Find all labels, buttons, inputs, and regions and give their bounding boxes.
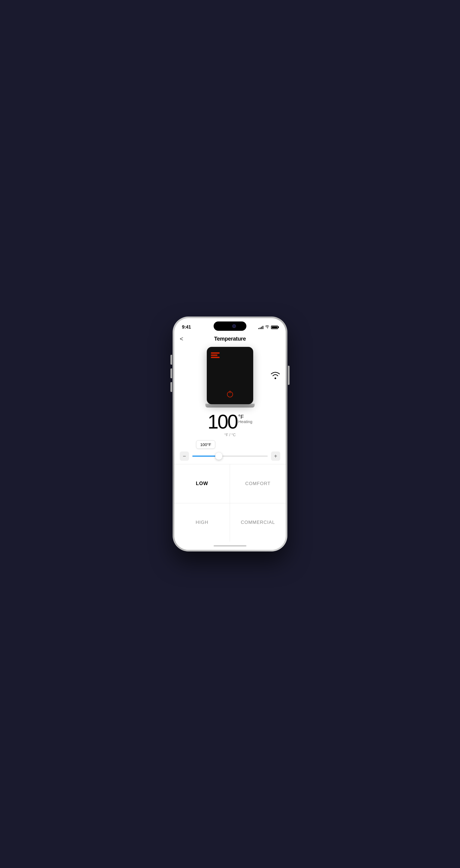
slider-track[interactable]: [192, 456, 268, 457]
mode-cell-low[interactable]: LOW: [174, 464, 230, 503]
back-button[interactable]: <: [180, 335, 183, 342]
slider-thumb[interactable]: [215, 453, 222, 460]
slider-fill: [192, 456, 219, 457]
temp-unit-group: °F Heating: [238, 414, 252, 424]
mode-cell-high[interactable]: HIGH: [174, 503, 230, 542]
temp-unit: °F: [238, 414, 244, 420]
power-button-icon[interactable]: [227, 392, 233, 397]
camera-dot: [233, 325, 236, 328]
slider-label: 100°F: [196, 440, 215, 449]
mode-cell-commercial[interactable]: COMMERCIAL: [230, 503, 286, 542]
svg-point-3: [275, 377, 276, 379]
device-section: [174, 344, 286, 407]
mode-grid: LOW COMFORT HIGH COMMERCIAL: [174, 464, 286, 541]
mode-label-low: LOW: [196, 481, 208, 487]
svg-rect-2: [211, 357, 220, 358]
phone-frame: 9:41: [173, 316, 287, 552]
device-logo: [211, 352, 222, 364]
app-content: < Temperature: [174, 332, 286, 541]
slider-row: − +: [180, 452, 280, 461]
slider-section: 100°F − +: [174, 438, 286, 464]
battery-fill: [272, 327, 277, 328]
temp-value: 100: [208, 412, 237, 432]
temperature-display: 100 °F Heating °F / °C: [174, 407, 286, 438]
wifi-icon: [265, 325, 269, 330]
mode-label-high: HIGH: [195, 520, 208, 525]
home-bar: [214, 545, 246, 547]
svg-rect-0: [211, 352, 220, 354]
mode-label-commercial: COMMERCIAL: [241, 520, 275, 525]
battery-icon: [271, 326, 278, 329]
increase-button[interactable]: +: [271, 452, 280, 461]
unit-toggle[interactable]: °F / °C: [224, 433, 236, 437]
phone-screen: 9:41: [174, 318, 286, 550]
temp-mode: Heating: [238, 420, 252, 424]
mode-cell-comfort[interactable]: COMFORT: [230, 464, 286, 503]
signal-icon: [258, 325, 263, 329]
device-base: [206, 404, 254, 407]
nav-bar: < Temperature: [174, 332, 286, 344]
device-wifi-indicator: [270, 371, 280, 380]
mode-label-comfort: COMFORT: [245, 481, 271, 487]
page-title: Temperature: [214, 336, 246, 342]
status-icons: [258, 325, 278, 330]
dynamic-island: [214, 321, 246, 331]
status-time: 9:41: [182, 324, 191, 330]
decrease-button[interactable]: −: [180, 452, 189, 461]
status-bar: 9:41: [174, 318, 286, 332]
home-indicator: [174, 541, 286, 550]
temp-main: 100 °F Heating: [208, 412, 252, 432]
device-image: [207, 347, 253, 404]
svg-rect-1: [211, 354, 217, 356]
